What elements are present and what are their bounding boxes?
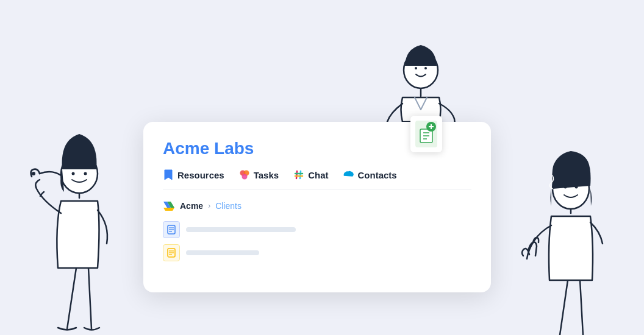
svg-point-43 (564, 186, 567, 189)
nav-bar: Resources Tasks (163, 169, 471, 189)
nav-item-chat[interactable]: Chat (293, 169, 328, 180)
bookmark-icon (163, 169, 174, 180)
file-icon-doc (163, 221, 180, 238)
breadcrumb-child: Clients (215, 201, 242, 211)
file-row-sheet[interactable] (163, 244, 471, 261)
character-left (18, 79, 152, 335)
breadcrumb-separator: › (208, 202, 210, 210)
svg-line-1 (88, 268, 91, 329)
svg-point-6 (84, 172, 87, 175)
character-right (510, 104, 644, 335)
nav-item-contacts[interactable]: Contacts (343, 169, 396, 180)
file-icon-sheet (163, 244, 180, 261)
svg-line-27 (296, 171, 297, 178)
svg-line-0 (67, 268, 76, 329)
contacts-icon (343, 169, 354, 180)
svg-point-2 (32, 172, 35, 175)
svg-point-44 (575, 186, 578, 189)
file-list (163, 221, 471, 261)
nav-item-tasks[interactable]: Tasks (239, 169, 279, 180)
sheets-badge (410, 116, 442, 152)
file-bar-doc (186, 227, 296, 232)
ui-card: Acme Labs Resources (143, 122, 491, 292)
chat-icon (293, 169, 304, 180)
svg-line-40 (580, 280, 583, 335)
svg-line-28 (300, 171, 301, 178)
file-bar-sheet (186, 250, 259, 255)
svg-line-39 (560, 280, 568, 335)
file-row-doc[interactable] (163, 221, 471, 238)
svg-point-26 (242, 174, 247, 180)
svg-point-15 (424, 67, 427, 69)
svg-point-5 (72, 172, 75, 175)
gdrive-icon (163, 200, 175, 211)
breadcrumb: Acme › Clients (163, 200, 471, 211)
svg-point-14 (415, 67, 417, 69)
scene: Acme Labs Resources (0, 0, 644, 335)
breadcrumb-root: Acme (180, 201, 203, 211)
tasks-icon (239, 169, 250, 180)
nav-item-resources[interactable]: Resources (163, 169, 224, 180)
